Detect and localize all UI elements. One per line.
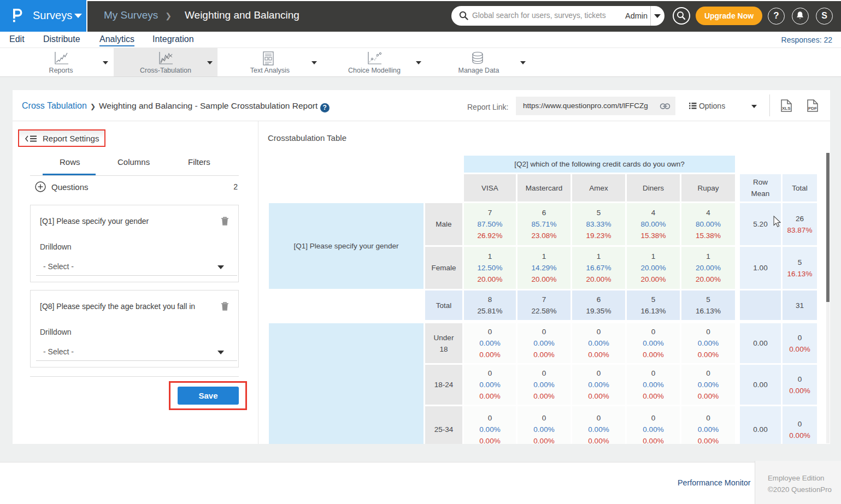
svg-text:PDF: PDF (808, 106, 817, 111)
svg-text:XLS: XLS (782, 106, 791, 111)
